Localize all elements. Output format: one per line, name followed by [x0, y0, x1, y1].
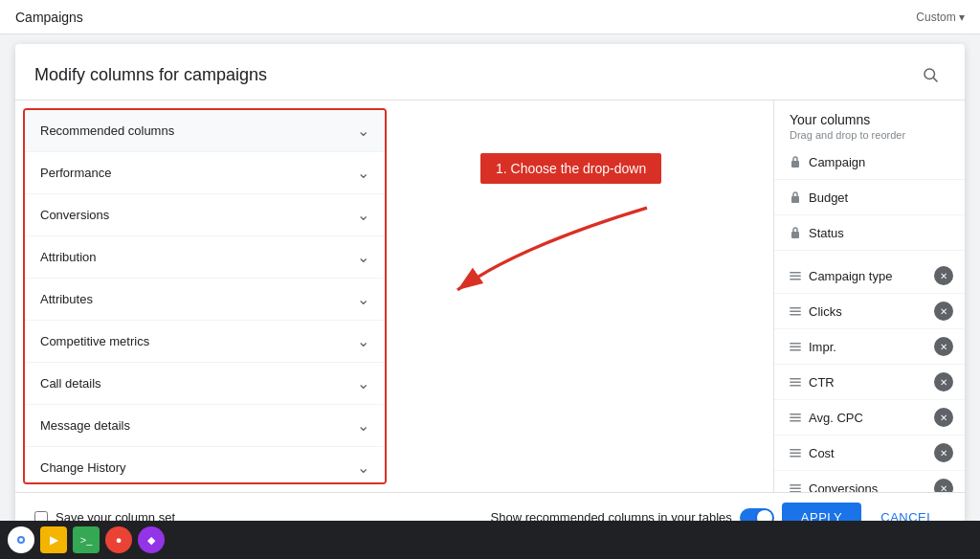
left-panel-item-label: Attribution: [40, 250, 357, 264]
drag-handle-icon[interactable]: [786, 302, 805, 321]
right-draggable-item-label: Avg. CPC: [809, 411, 934, 425]
right-draggable-item: Cost ✕: [774, 436, 965, 471]
left-panel-item-change-history[interactable]: Change History ⌄: [25, 447, 385, 484]
chevron-down-icon: ⌄: [357, 122, 369, 140]
svg-rect-26: [790, 491, 801, 492]
right-draggable-item: Clicks ✕: [774, 294, 965, 329]
taskbar-icon-purple[interactable]: ◆: [138, 526, 165, 553]
remove-item-button[interactable]: ✕: [934, 337, 953, 356]
right-panel: Your columns Drag and drop to reorder Ca…: [773, 101, 965, 492]
svg-rect-22: [790, 453, 801, 455]
right-panel-header: Your columns Drag and drop to reorder: [774, 101, 965, 145]
remove-item-button[interactable]: ✕: [934, 408, 953, 427]
svg-rect-9: [790, 307, 801, 309]
taskbar-icon-chrome[interactable]: [8, 526, 34, 553]
svg-rect-5: [791, 232, 799, 238]
right-draggable-item-label: CTR: [809, 375, 934, 390]
your-columns-title: Your columns: [790, 112, 949, 127]
svg-rect-3: [791, 161, 799, 168]
svg-rect-12: [790, 343, 801, 345]
right-draggable-item: Campaign type ✕: [774, 258, 965, 294]
right-draggable-item-label: Clicks: [809, 304, 934, 319]
callout-box: 1. Choose the drop-down: [480, 153, 661, 184]
left-panel-item-call-details[interactable]: Call details ⌄: [25, 363, 385, 405]
svg-rect-14: [790, 349, 801, 351]
svg-rect-23: [790, 456, 801, 458]
drag-handle-icon[interactable]: [786, 266, 805, 285]
remove-item-button[interactable]: ✕: [934, 443, 953, 462]
modal-title: Modify columns for campaigns: [34, 65, 915, 85]
svg-rect-4: [791, 196, 799, 203]
left-panel-item-message-details[interactable]: Message details ⌄: [25, 405, 385, 447]
svg-rect-13: [790, 347, 801, 348]
svg-rect-17: [790, 385, 801, 387]
svg-point-0: [924, 69, 935, 79]
remove-item-button[interactable]: ✕: [934, 479, 953, 492]
svg-point-28: [19, 538, 23, 542]
svg-rect-15: [790, 378, 801, 380]
left-panel-item-label: Message details: [40, 418, 357, 433]
svg-rect-25: [790, 488, 801, 490]
chevron-down-icon: ⌄: [357, 416, 369, 435]
remove-item-button[interactable]: ✕: [934, 372, 953, 391]
left-panel: Recommended columns ⌄ Performance ⌄ Conv…: [23, 108, 387, 484]
svg-line-1: [933, 78, 937, 81]
svg-rect-7: [790, 276, 801, 278]
drag-handle-icon[interactable]: [786, 408, 805, 427]
drag-handle-icon[interactable]: [786, 372, 805, 391]
modal: Modify columns for campaigns Recommended…: [15, 44, 965, 542]
left-panel-item-attributes[interactable]: Attributes ⌄: [25, 279, 385, 321]
left-panel-item-competitive-metrics[interactable]: Competitive metrics ⌄: [25, 321, 385, 363]
taskbar-icon-chrome2[interactable]: ●: [105, 526, 132, 553]
chevron-down-icon: ⌄: [357, 206, 369, 224]
left-panel-item-attribution[interactable]: Attribution ⌄: [25, 236, 385, 279]
svg-rect-6: [790, 272, 801, 274]
left-panel-item-label: Attributes: [40, 292, 357, 306]
chevron-down-icon: ⌄: [357, 290, 369, 308]
search-icon-button[interactable]: [915, 59, 946, 90]
svg-rect-10: [790, 311, 801, 313]
svg-rect-18: [790, 414, 801, 415]
right-draggable-item-label: Campaign type: [809, 269, 934, 283]
left-panel-item-label: Competitive metrics: [40, 334, 357, 348]
left-panel-item-label: Performance: [40, 166, 357, 180]
chevron-down-icon: ⌄: [357, 248, 369, 266]
drag-handle-icon[interactable]: [786, 443, 805, 462]
taskbar-icon-yellow[interactable]: ▶: [40, 526, 67, 553]
left-panel-item-recommended-columns[interactable]: Recommended columns ⌄: [25, 110, 385, 152]
svg-rect-21: [790, 449, 801, 451]
right-draggable-item: CTR ✕: [774, 365, 965, 400]
svg-rect-8: [790, 279, 801, 280]
svg-rect-20: [790, 420, 801, 422]
right-draggable-item-label: Cost: [809, 446, 934, 460]
left-panel-item-label: Conversions: [40, 208, 357, 222]
drag-drop-hint: Drag and drop to reorder: [790, 129, 949, 141]
right-draggable-item-label: Impr.: [809, 340, 934, 354]
drag-handle-icon[interactable]: [786, 479, 805, 492]
right-locked-item: Campaign: [774, 145, 965, 180]
taskbar-icon-terminal[interactable]: >_: [73, 526, 100, 553]
remove-item-button[interactable]: ✕: [934, 302, 953, 321]
callout-text: 1. Choose the drop-down: [496, 161, 646, 176]
drag-handle-icon[interactable]: [786, 337, 805, 356]
modal-header: Modify columns for campaigns: [15, 44, 965, 101]
custom-button[interactable]: Custom ▾: [916, 11, 965, 24]
lock-icon: [786, 223, 805, 242]
right-locked-item: Status: [774, 215, 965, 251]
chevron-down-icon: ⌄: [357, 374, 369, 392]
right-draggable-item-label: Conversions: [809, 481, 934, 493]
lock-icon: [786, 188, 805, 207]
left-panel-item-conversions[interactable]: Conversions ⌄: [25, 194, 385, 236]
right-locked-item-label: Budget: [809, 190, 953, 205]
svg-rect-16: [790, 382, 801, 384]
left-panel-item-performance[interactable]: Performance ⌄: [25, 152, 385, 194]
remove-item-button[interactable]: ✕: [934, 266, 953, 285]
left-panel-item-label: Recommended columns: [40, 123, 357, 138]
taskbar: ▶ >_ ● ◆: [0, 521, 980, 559]
right-locked-item: Budget: [774, 180, 965, 215]
top-bar: Campaigns Custom ▾: [0, 0, 980, 34]
left-panel-item-label: Change History: [40, 460, 357, 475]
svg-rect-24: [790, 484, 801, 486]
svg-rect-11: [790, 314, 801, 316]
left-panel-item-label: Call details: [40, 376, 357, 391]
